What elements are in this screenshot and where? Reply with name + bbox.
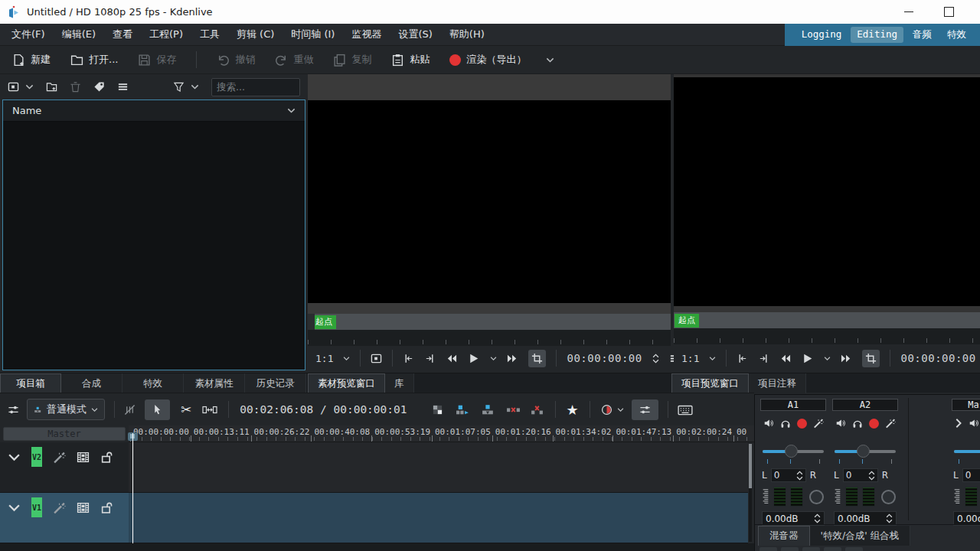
zone-mode-button[interactable] <box>528 350 546 367</box>
workspace-tab[interactable]: Editing <box>851 27 903 43</box>
tag-icon[interactable] <box>93 81 105 93</box>
extract-zone-icon[interactable] <box>506 404 521 416</box>
add-clip-chevron-icon[interactable] <box>25 83 34 91</box>
panel-tab[interactable]: 素材预览窗口 <box>308 373 385 393</box>
mini-button[interactable] <box>845 547 863 551</box>
menu-item[interactable]: 工程(P) <box>141 24 191 45</box>
menu-item[interactable]: 设置(S) <box>390 24 440 45</box>
forward-icon[interactable] <box>507 353 518 364</box>
timeline-vertical-scrollbar[interactable] <box>749 444 752 542</box>
render-button[interactable]: 渲染（导出） <box>449 53 526 67</box>
balance-spinbox[interactable]: 0 <box>843 468 878 482</box>
solo-headphone-icon[interactable] <box>780 418 791 429</box>
workspace-tab[interactable]: 音频 <box>906 27 938 43</box>
timecode-spinner[interactable] <box>652 354 659 364</box>
track-lock-icon[interactable] <box>100 501 113 514</box>
open-button[interactable]: 打开... <box>70 53 118 67</box>
scrollbar-thumb[interactable] <box>749 444 752 488</box>
preview-chevron-icon[interactable] <box>617 406 624 413</box>
collapse-mixer-icon[interactable] <box>955 418 962 429</box>
timeline-preview-icon[interactable] <box>601 404 612 416</box>
zone-out-icon[interactable] <box>424 353 436 364</box>
channel-name-button[interactable]: Master <box>952 399 980 411</box>
mini-button[interactable] <box>760 547 777 551</box>
bin-options-icon[interactable] <box>117 81 129 93</box>
clip-monitor-video[interactable] <box>308 100 671 303</box>
zone-mode-button[interactable] <box>862 350 880 367</box>
mixed-audio-icon[interactable] <box>432 404 443 416</box>
timeline-edit-mode-icon[interactable] <box>124 404 136 416</box>
monitor-zoom-level[interactable]: 1:1 <box>315 353 333 364</box>
menu-item[interactable]: 工具 <box>191 24 228 45</box>
project-monitor-video[interactable] <box>674 77 980 306</box>
track-name-tag[interactable]: V1 <box>31 497 42 517</box>
favorite-effects-icon[interactable]: ★ <box>567 402 579 418</box>
balance-spinner[interactable] <box>868 471 875 481</box>
panel-tab[interactable]: 历史记录 <box>245 373 306 393</box>
redo-button[interactable]: 重做 <box>275 53 313 67</box>
record-icon[interactable] <box>869 419 879 429</box>
mini-button[interactable] <box>824 547 841 551</box>
zone-in-marker[interactable] <box>308 314 315 330</box>
bin-name-header[interactable]: Name <box>3 100 305 122</box>
channel-effects-wand-icon[interactable] <box>813 418 824 429</box>
play-icon[interactable] <box>801 352 814 365</box>
play-chevron-icon[interactable] <box>824 355 831 362</box>
timeline-ruler[interactable]: 00:00:00:0000:00:13:1100:00:26:2200:00:4… <box>129 425 754 442</box>
new-button[interactable]: 新建 <box>12 53 51 67</box>
edit-mode-dropdown[interactable]: 普通模式 <box>27 399 105 420</box>
gain-knob[interactable] <box>881 490 896 504</box>
menu-item[interactable]: 文件(F) <box>3 24 54 45</box>
panel-tab[interactable]: 项目箱 <box>0 373 61 393</box>
slider-thumb[interactable] <box>857 445 870 458</box>
toolbar-overflow-chevron-icon[interactable] <box>546 56 554 64</box>
panel-tab[interactable]: 库 <box>385 373 414 393</box>
mute-icon[interactable] <box>969 418 979 429</box>
delete-icon[interactable] <box>70 81 81 93</box>
mute-icon[interactable] <box>763 418 774 429</box>
mixer-toggle-button[interactable] <box>632 399 658 420</box>
razor-tool-icon[interactable]: ✂ <box>181 402 191 417</box>
name-header-chevron-icon[interactable] <box>287 106 296 115</box>
balance-spinner[interactable] <box>796 471 803 481</box>
gain-knob[interactable] <box>809 490 824 504</box>
minimize-button[interactable] <box>891 0 926 24</box>
panel-tab[interactable]: 项目预览窗口 <box>671 373 749 393</box>
track-lane[interactable] <box>129 493 748 543</box>
spacer-tool-icon[interactable] <box>202 404 217 416</box>
monitor-timecode[interactable]: 00:00:00:00 <box>900 352 975 364</box>
master-track-button[interactable]: Master <box>3 427 126 441</box>
mini-button[interactable] <box>802 547 820 551</box>
channel-name-button[interactable]: A1 <box>760 399 826 411</box>
save-button[interactable]: 保存 <box>138 53 176 67</box>
create-folder-icon[interactable] <box>46 81 57 93</box>
channel-name-button[interactable]: A2 <box>832 399 898 411</box>
track-collapse-chevron-icon[interactable] <box>8 501 21 514</box>
workspace-tab[interactable]: 特效 <box>941 27 972 43</box>
selection-tool-button[interactable] <box>145 399 170 420</box>
gain-spinner[interactable] <box>886 514 893 523</box>
zone-in-icon[interactable] <box>403 353 414 364</box>
menu-item[interactable]: 监视器 <box>343 24 390 45</box>
menu-item[interactable]: 查看 <box>104 24 141 45</box>
filter-icon[interactable] <box>173 81 185 93</box>
copy-button[interactable]: 复制 <box>333 53 371 67</box>
track-effects-wand-icon[interactable] <box>53 451 66 464</box>
mini-button[interactable] <box>781 547 799 551</box>
rewind-icon[interactable] <box>779 353 791 364</box>
clip-monitor-zone-bar[interactable]: 起点 <box>308 314 671 330</box>
gain-spinner[interactable] <box>814 514 821 523</box>
zone-out-icon[interactable] <box>758 353 769 364</box>
menu-item[interactable]: 帮助(H) <box>441 24 493 45</box>
track-header[interactable]: V1 <box>0 493 129 543</box>
subtitle-keyboard-icon[interactable] <box>678 404 693 416</box>
forward-icon[interactable] <box>841 353 852 364</box>
zoom-chevron-icon[interactable] <box>709 355 716 362</box>
panel-tab[interactable]: 项目注释 <box>749 373 806 393</box>
zone-in-icon[interactable] <box>737 353 748 364</box>
lift-zone-icon[interactable] <box>530 404 544 416</box>
add-clip-icon[interactable] <box>8 81 19 93</box>
track-collapse-chevron-icon[interactable] <box>8 451 21 464</box>
maximize-button[interactable] <box>931 0 966 24</box>
mixer-tab[interactable]: 混音器 <box>758 526 810 546</box>
